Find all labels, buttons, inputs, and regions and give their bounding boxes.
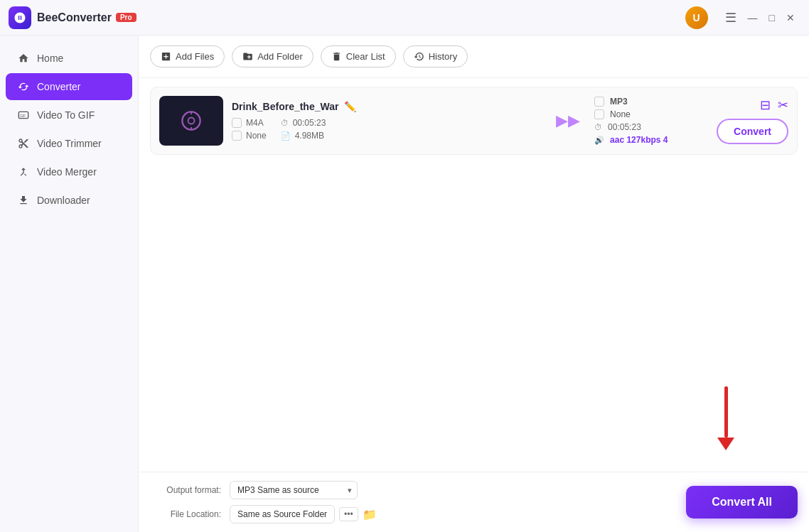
settings-icon[interactable]: ⊟ xyxy=(760,97,771,113)
pro-badge: Pro xyxy=(116,13,136,22)
download-icon xyxy=(17,194,30,207)
subtitle-checkbox[interactable] xyxy=(232,131,242,141)
output-format-label: Output format: xyxy=(150,485,221,495)
add-files-icon xyxy=(161,51,171,62)
svg-point-2 xyxy=(182,112,200,129)
toolbar: Add Files Add Folder Clear List History xyxy=(139,36,809,78)
sidebar-item-home-label: Home xyxy=(37,53,63,64)
history-icon xyxy=(414,51,424,62)
titlebar: BeeConverter Pro U ☰ — □ ✕ xyxy=(0,0,809,36)
home-icon xyxy=(17,52,30,65)
output-quality: aac 127kbps 4 xyxy=(610,135,668,145)
add-folder-button[interactable]: Add Folder xyxy=(232,45,314,67)
sidebar-item-home[interactable]: Home xyxy=(6,45,132,72)
convert-button[interactable]: Convert xyxy=(717,119,788,144)
close-button[interactable]: ✕ xyxy=(781,9,800,26)
app-logo xyxy=(9,6,31,29)
edit-icon[interactable]: ✏️ xyxy=(344,101,356,112)
music-icon xyxy=(178,108,204,134)
arrow-area: ▶▶ xyxy=(550,112,586,130)
clear-list-label: Clear List xyxy=(346,51,385,62)
menu-button[interactable]: ☰ xyxy=(719,7,742,28)
bottom-bar: Output format: MP3 Same as source File L… xyxy=(139,472,809,532)
converter-icon xyxy=(17,80,30,93)
merge-icon xyxy=(17,165,30,178)
history-label: History xyxy=(429,51,457,62)
add-folder-label: Add Folder xyxy=(257,51,303,62)
add-files-label: Add Files xyxy=(176,51,214,62)
file-location-value: Same as Source Folder xyxy=(230,505,335,523)
sidebar: Home Converter GIF Video To GIF Video Tr… xyxy=(0,36,139,532)
history-button[interactable]: History xyxy=(403,45,468,67)
output-subtitle: None xyxy=(610,109,631,119)
output-subtitle-checkbox[interactable] xyxy=(594,109,604,119)
location-dots-button[interactable]: ••• xyxy=(339,507,358,521)
source-size: 4.98MB xyxy=(295,131,324,141)
sidebar-item-converter-label: Converter xyxy=(37,81,80,92)
convert-all-button[interactable]: Convert All xyxy=(686,486,798,519)
convert-arrow-icon: ▶▶ xyxy=(556,112,580,130)
output-format: MP3 xyxy=(610,97,628,107)
file-thumbnail xyxy=(159,96,223,146)
file-list: Drink_Before_the_War ✏️ M4A xyxy=(139,78,809,472)
file-actions: ⊟ ✂ Convert xyxy=(717,97,788,144)
sidebar-item-videotogif-label: Video To GIF xyxy=(37,109,95,121)
output-info: MP3 None ⏱ 00:05:23 🔊 aac 127kbps 4 xyxy=(594,97,708,145)
user-avatar[interactable]: U xyxy=(685,6,708,29)
output-format-select[interactable]: MP3 Same as source xyxy=(230,481,358,499)
file-info: Drink_Before_the_War ✏️ M4A xyxy=(232,101,542,141)
format-checkbox[interactable] xyxy=(232,118,242,128)
add-folder-icon xyxy=(242,51,253,62)
add-files-button[interactable]: Add Files xyxy=(150,45,225,67)
minimize-button[interactable]: — xyxy=(742,9,764,26)
file-name: Drink_Before_the_War xyxy=(232,101,338,112)
sidebar-item-videotrimmer-label: Video Trimmer xyxy=(37,138,102,149)
sidebar-item-downloader[interactable]: Downloader xyxy=(6,187,132,214)
maximize-button[interactable]: □ xyxy=(764,9,781,26)
svg-point-3 xyxy=(188,118,195,124)
svg-text:GIF: GIF xyxy=(20,114,26,118)
sidebar-item-videomerger[interactable]: Video Merger xyxy=(6,158,132,185)
sidebar-item-videomerger-label: Video Merger xyxy=(37,166,97,178)
clear-list-button[interactable]: Clear List xyxy=(321,45,396,67)
cut-icon[interactable]: ✂ xyxy=(778,97,788,113)
output-format-checkbox[interactable] xyxy=(594,97,604,107)
source-duration: 00:05:23 xyxy=(293,118,326,128)
sidebar-item-videotrimmer[interactable]: Video Trimmer xyxy=(6,130,132,157)
app-name: BeeConverter xyxy=(37,11,112,24)
browse-folder-button[interactable]: 📁 xyxy=(363,508,377,521)
trim-icon xyxy=(17,137,30,150)
bottom-settings: Output format: MP3 Same as source File L… xyxy=(150,481,377,523)
source-subtitle: None xyxy=(246,131,267,141)
sidebar-item-videotogif[interactable]: GIF Video To GIF xyxy=(6,102,132,129)
file-item: Drink_Before_the_War ✏️ M4A xyxy=(150,87,798,155)
file-location-label: File Location: xyxy=(150,509,221,519)
sidebar-item-converter[interactable]: Converter xyxy=(6,73,132,100)
source-format: M4A xyxy=(246,118,264,128)
trash-icon xyxy=(331,51,342,62)
sidebar-item-downloader-label: Downloader xyxy=(37,195,90,206)
gif-icon: GIF xyxy=(17,109,30,121)
output-duration: 00:05:23 xyxy=(608,122,641,132)
